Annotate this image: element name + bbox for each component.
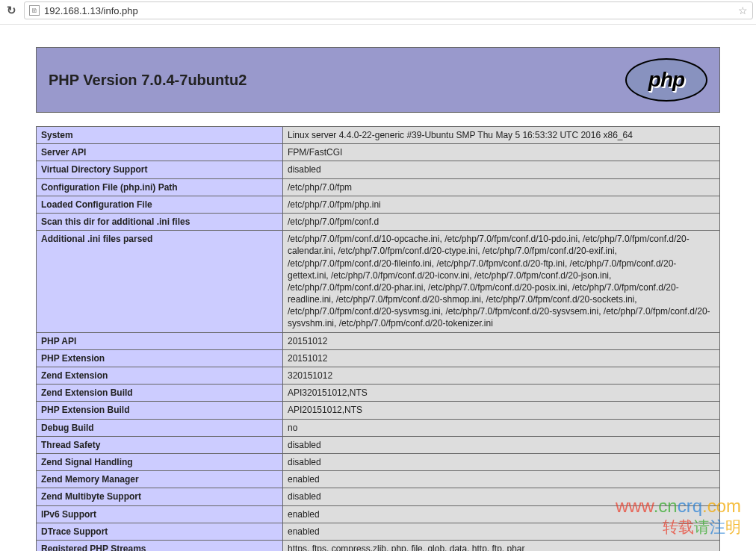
info-value: disabled — [283, 488, 720, 505]
page-content: PHP Version 7.0.4-7ubuntu2 php SystemLin… — [0, 25, 756, 551]
php-logo: php — [625, 58, 707, 102]
info-value: 20151012 — [283, 349, 720, 367]
info-key: Zend Signal Handling — [37, 453, 283, 470]
url-text: 192.168.1.13/info.php — [44, 5, 734, 16]
table-row: Scan this dir for additional .ini files/… — [37, 213, 720, 230]
info-value: https, ftps, compress.zlib, php, file, g… — [283, 540, 720, 551]
phpinfo-table: SystemLinux server 4.4.0-22-generic #39-… — [36, 126, 720, 551]
table-row: Virtual Directory Supportdisabled — [37, 161, 720, 178]
table-row: Zend Signal Handlingdisabled — [37, 453, 720, 470]
info-value: disabled — [283, 436, 720, 453]
info-key: DTrace Support — [37, 523, 283, 540]
info-value: enabled — [283, 471, 720, 488]
info-key: Zend Extension — [37, 367, 283, 385]
table-row: PHP Extension20151012 — [37, 349, 720, 367]
info-value: enabled — [283, 523, 720, 540]
page-icon: 🗎 — [29, 5, 40, 16]
table-row: PHP API20151012 — [37, 332, 720, 349]
table-row: Server APIFPM/FastCGI — [37, 144, 720, 161]
table-row: Loaded Configuration File/etc/php/7.0/fp… — [37, 196, 720, 213]
info-key: Virtual Directory Support — [37, 161, 283, 178]
table-row: DTrace Supportenabled — [37, 523, 720, 540]
info-key: Thread Safety — [37, 436, 283, 453]
info-key: Zend Multibyte Support — [37, 488, 283, 505]
info-key: Debug Build — [37, 419, 283, 436]
table-row: Zend Extension BuildAPI320151012,NTS — [37, 385, 720, 402]
info-key: Scan this dir for additional .ini files — [37, 213, 283, 230]
info-value: enabled — [283, 505, 720, 523]
table-row: Zend Multibyte Supportdisabled — [37, 488, 720, 505]
info-key: PHP Extension Build — [37, 402, 283, 419]
table-row: Configuration File (php.ini) Path/etc/ph… — [37, 178, 720, 196]
table-row: Zend Extension320151012 — [37, 367, 720, 385]
info-key: Loaded Configuration File — [37, 196, 283, 213]
info-key: Configuration File (php.ini) Path — [37, 178, 283, 196]
info-key: System — [37, 127, 283, 144]
info-key: Additional .ini files parsed — [37, 231, 283, 333]
page-title: PHP Version 7.0.4-7ubuntu2 — [49, 72, 247, 89]
table-row: PHP Extension BuildAPI20151012,NTS — [37, 402, 720, 419]
info-key: IPv6 Support — [37, 505, 283, 523]
info-value: /etc/php/7.0/fpm/conf.d/10-opcache.ini, … — [283, 231, 720, 333]
info-value: 320151012 — [283, 367, 720, 385]
table-row: IPv6 Supportenabled — [37, 505, 720, 523]
reload-icon: ↻ — [7, 4, 16, 17]
info-key: Zend Memory Manager — [37, 471, 283, 488]
bookmark-star-icon[interactable]: ☆ — [738, 4, 748, 16]
info-value: /etc/php/7.0/fpm/conf.d — [283, 213, 720, 230]
info-value: /etc/php/7.0/fpm/php.ini — [283, 196, 720, 213]
phpinfo-header: PHP Version 7.0.4-7ubuntu2 php — [36, 47, 720, 113]
php-logo-text: php — [648, 68, 684, 92]
url-input[interactable]: 🗎 192.168.1.13/info.php ☆ — [24, 1, 753, 19]
info-key: Registered PHP Streams — [37, 540, 283, 551]
info-value: FPM/FastCGI — [283, 144, 720, 161]
table-row: Zend Memory Managerenabled — [37, 471, 720, 488]
info-key: Zend Extension Build — [37, 385, 283, 402]
info-key: PHP API — [37, 332, 283, 349]
info-key: Server API — [37, 144, 283, 161]
info-value: disabled — [283, 453, 720, 470]
info-value: API20151012,NTS — [283, 402, 720, 419]
browser-address-bar: ↻ 🗎 192.168.1.13/info.php ☆ — [0, 0, 756, 25]
info-value: API320151012,NTS — [283, 385, 720, 402]
info-value: /etc/php/7.0/fpm — [283, 178, 720, 196]
table-row: Debug Buildno — [37, 419, 720, 436]
table-row: Registered PHP Streamshttps, ftps, compr… — [37, 540, 720, 551]
info-value: Linux server 4.4.0-22-generic #39-Ubuntu… — [283, 127, 720, 144]
table-row: Thread Safetydisabled — [37, 436, 720, 453]
info-value: no — [283, 419, 720, 436]
table-row: Additional .ini files parsed/etc/php/7.0… — [37, 231, 720, 333]
table-row: SystemLinux server 4.4.0-22-generic #39-… — [37, 127, 720, 144]
info-value: 20151012 — [283, 332, 720, 349]
info-value: disabled — [283, 161, 720, 178]
info-key: PHP Extension — [37, 349, 283, 367]
reload-button[interactable]: ↻ — [3, 2, 19, 19]
